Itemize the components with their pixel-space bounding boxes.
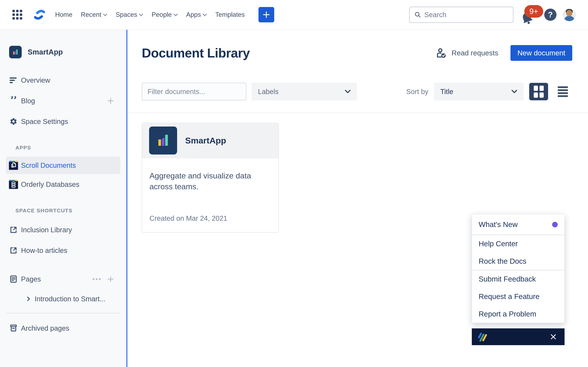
sidebar-item-label: Pages (21, 275, 92, 283)
menu-item-help-center[interactable]: Help Center (472, 235, 564, 252)
user-avatar[interactable] (563, 8, 576, 21)
external-link-icon (6, 226, 21, 234)
library-toolbar: Labels Sort by Title (142, 83, 568, 100)
vendor-banner (472, 328, 564, 345)
document-card-created: Created on Mar 24, 2021 (149, 214, 227, 222)
chevron-down-icon (345, 90, 351, 93)
question-mark-icon: ? (548, 10, 553, 19)
menu-item-submit-feedback[interactable]: Submit Feedback (472, 270, 564, 288)
document-card-smartapp[interactable]: SmartApp Aggregate and visualize data ac… (142, 123, 279, 233)
list-view-button[interactable] (558, 86, 568, 97)
page-tree-item-introduction[interactable]: Introduction to Smart... (6, 289, 121, 308)
page-title: Document Library (142, 46, 250, 60)
filter-documents-input[interactable] (142, 83, 246, 100)
quote-icon: ” (6, 96, 21, 105)
sidebar-item-orderly-databases[interactable]: Orderly Databases (6, 174, 121, 195)
menu-item-rock-the-docs[interactable]: Rock the Docs (472, 252, 564, 270)
page-tree-item-label: Introduction to Smart... (35, 295, 105, 303)
nav-apps[interactable]: Apps (186, 11, 207, 18)
read-requests-button[interactable]: Read requests (436, 48, 498, 58)
document-card-header: SmartApp (142, 123, 278, 158)
nav-home[interactable]: Home (55, 11, 72, 18)
menu-item-whats-new[interactable]: What's New (472, 214, 564, 235)
sidebar-item-pages[interactable]: Pages (6, 269, 121, 289)
labels-filter-dropdown[interactable]: Labels (252, 83, 357, 100)
sort-value: Title (440, 88, 453, 96)
chevron-down-icon (511, 90, 517, 93)
avatar-shirt (564, 16, 574, 21)
document-card-title: SmartApp (185, 136, 226, 145)
overview-icon (6, 77, 21, 84)
sidebar-item-label: How-to articles (21, 247, 114, 254)
chevron-right-icon[interactable] (27, 296, 30, 301)
new-document-button[interactable]: New document (510, 45, 572, 61)
menu-item-label: Request a Feature (479, 292, 539, 301)
sort-dropdown[interactable]: Title (434, 83, 524, 100)
sidebar-divider (6, 313, 120, 313)
search-input[interactable] (424, 11, 508, 19)
document-card-body: Aggregate and visualize data across team… (142, 158, 278, 233)
create-button[interactable] (259, 7, 274, 22)
sidebar-item-label: Overview (21, 76, 114, 84)
grid-view-button[interactable] (529, 83, 548, 100)
menu-item-label: Submit Feedback (479, 275, 536, 283)
sidebar-item-label: Orderly Databases (21, 181, 114, 188)
new-indicator-dot (552, 222, 558, 227)
nav-recent-label: Recent (81, 11, 101, 18)
app-switcher-icon[interactable] (11, 9, 23, 21)
search-icon (414, 11, 421, 18)
sidebar-item-scroll-documents[interactable]: Scroll Documents (6, 157, 121, 174)
close-icon (550, 333, 557, 340)
nav-home-label: Home (55, 11, 72, 18)
more-icon[interactable] (92, 278, 101, 280)
sidebar-item-label: Scroll Documents (21, 161, 114, 169)
chevron-down-icon (173, 14, 178, 17)
nav-people[interactable]: People (152, 11, 178, 18)
space-header[interactable]: SmartApp (0, 46, 126, 58)
external-link-icon (6, 246, 21, 254)
nav-apps-label: Apps (186, 11, 201, 18)
main-content: Document Library Read requests New docum… (127, 30, 588, 367)
gear-icon (6, 117, 21, 125)
sidebar-item-label: Inclusion Library (21, 226, 114, 234)
toolbar-divider (127, 113, 588, 113)
global-search[interactable] (409, 7, 513, 23)
sidebar-item-label: Blog (21, 97, 107, 105)
notifications-button[interactable]: 9+ (520, 5, 538, 24)
document-card-description: Aggregate and visualize data across team… (149, 170, 261, 192)
menu-item-request-feature[interactable]: Request a Feature (472, 288, 564, 305)
nav-recent[interactable]: Recent (81, 11, 107, 18)
menu-item-label: Report a Problem (479, 310, 536, 318)
nav-spaces-label: Spaces (116, 11, 137, 18)
nav-people-label: People (152, 11, 172, 18)
sidebar-item-inclusion-library[interactable]: Inclusion Library (6, 219, 121, 240)
sidebar-item-blog[interactable]: ” Blog (6, 91, 121, 111)
menu-item-report-problem[interactable]: Report a Problem (472, 305, 564, 323)
space-name: SmartApp (28, 48, 63, 56)
sidebar-item-howto-articles[interactable]: How-to articles (6, 240, 121, 261)
add-icon[interactable] (107, 97, 114, 104)
banner-close-button[interactable] (549, 332, 558, 341)
sidebar-item-space-settings[interactable]: Space Settings (6, 111, 121, 132)
menu-item-label: What's New (479, 220, 518, 229)
sort-by-label: Sort by (406, 88, 428, 96)
nav-templates-label: Templates (215, 11, 245, 18)
top-navigation: Home Recent Spaces People Apps Templates (0, 0, 588, 30)
nav-spaces[interactable]: Spaces (116, 11, 143, 18)
help-button[interactable]: ? (544, 8, 556, 21)
shortcuts-section-title: SPACE SHORTCUTS (0, 208, 126, 214)
sidebar-item-overview[interactable]: Overview (6, 70, 121, 91)
apps-section-title: APPS (0, 145, 126, 151)
sidebar-item-archived-pages[interactable]: Archived pages (6, 318, 121, 339)
menu-item-label: Help Center (479, 240, 518, 248)
labels-filter-value: Labels (258, 88, 279, 96)
chevron-down-icon (203, 14, 207, 17)
orderly-databases-app-icon (6, 179, 21, 189)
add-icon[interactable] (107, 275, 114, 283)
sidebar-item-label: Archived pages (21, 324, 114, 332)
nav-templates[interactable]: Templates (215, 11, 245, 18)
avatar-face (566, 10, 572, 16)
confluence-logo-icon[interactable] (34, 10, 45, 20)
menu-item-label: Rock the Docs (479, 257, 526, 266)
smartapp-icon (149, 126, 177, 154)
